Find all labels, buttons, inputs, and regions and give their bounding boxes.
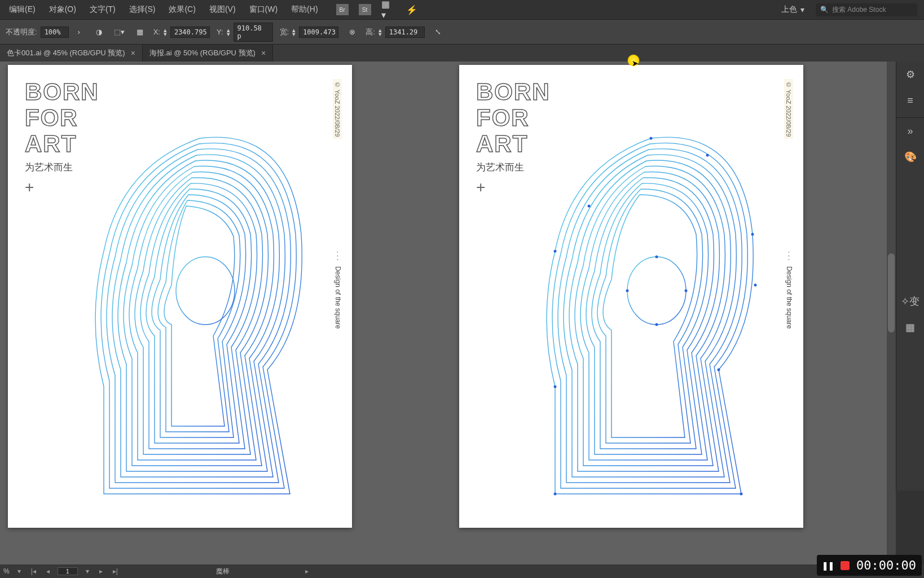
link-wh-icon[interactable]: ⊗: [345, 25, 359, 39]
color-panel-icon[interactable]: 🎨: [896, 144, 924, 170]
credit-text: © YooZ 2022/08/29: [784, 79, 793, 139]
menu-select[interactable]: 选择(S): [122, 2, 162, 17]
y-label: Y:: [217, 28, 223, 36]
vertical-scrollbar[interactable]: [887, 62, 896, 564]
svg-point-7: [740, 493, 743, 496]
svg-point-5: [751, 233, 754, 236]
side-caption: · · · Design of the square: [334, 251, 342, 329]
workspace-switcher[interactable]: 上色 ▾: [781, 5, 804, 15]
close-icon[interactable]: ×: [261, 49, 266, 58]
prev-artboard-icon[interactable]: ◂: [44, 567, 52, 575]
stock-icon[interactable]: St: [359, 4, 371, 15]
menu-window[interactable]: 窗口(W): [243, 2, 285, 17]
current-tool: 魔棒: [216, 567, 230, 576]
artboard-2[interactable]: BORN FOR ART 为艺术而生 + © YooZ 2022/08/29 ·…: [459, 65, 803, 528]
w-label: 宽:: [280, 27, 289, 37]
scale-corners-icon[interactable]: ⤡: [432, 25, 445, 39]
document-tabs: 色卡001.ai @ 45% (RGB/GPU 预览) × 海报.ai @ 50…: [0, 45, 924, 62]
arrange-docs-icon[interactable]: ▦ ▾: [381, 3, 395, 16]
x-label: X:: [153, 28, 160, 36]
search-icon: 🔍: [820, 6, 829, 14]
align-icon[interactable]: ▦: [133, 25, 147, 39]
chevron-down-icon: ▾: [800, 5, 804, 14]
blend-head-artwork-selected[interactable]: [504, 104, 764, 500]
svg-point-3: [554, 250, 557, 253]
status-bar: % ▾ |◂ ◂ ▾ ▸ ▸| 魔棒 ▸: [0, 564, 924, 578]
opacity-label: 不透明度:: [6, 27, 37, 37]
bridge-icon[interactable]: Br: [336, 4, 349, 15]
h-value[interactable]: 1341.29: [385, 27, 425, 38]
blend-head-artwork[interactable]: [53, 104, 313, 500]
svg-point-11: [626, 290, 629, 292]
h-label: 高:: [366, 27, 375, 37]
last-artboard-icon[interactable]: ▸|: [111, 567, 120, 575]
tab-label: 海报.ai @ 50% (RGB/GPU 预览): [149, 48, 256, 58]
libraries-panel-icon[interactable]: ≡: [896, 87, 924, 113]
screen-recorder-overlay: ❚❚ 00:00:00: [817, 555, 922, 576]
x-stepper[interactable]: ▴▾: [164, 28, 167, 36]
zoom-percent[interactable]: %: [3, 567, 10, 575]
svg-point-0: [176, 257, 235, 325]
x-value[interactable]: 2340.795: [170, 27, 210, 38]
artboard-1[interactable]: BORN FOR ART 为艺术而生 + © YooZ 2022/08/29 ·…: [8, 65, 352, 528]
play-icon[interactable]: ▸: [303, 567, 311, 575]
menu-effect[interactable]: 效果(C): [162, 2, 202, 17]
properties-panel-icon[interactable]: ⚙: [896, 62, 924, 87]
canvas-area[interactable]: BORN FOR ART 为艺术而生 + © YooZ 2022/08/29 ·…: [0, 62, 896, 564]
svg-point-15: [754, 284, 757, 287]
menu-text[interactable]: 文字(T): [83, 2, 122, 17]
expand-panels-icon[interactable]: »: [896, 118, 924, 144]
svg-point-13: [588, 205, 591, 208]
h-stepper[interactable]: ▴▾: [379, 28, 382, 36]
menu-bar: 编辑(E) 对象(O) 文字(T) 选择(S) 效果(C) 视图(V) 窗口(W…: [0, 0, 924, 20]
scrollbar-thumb[interactable]: [888, 253, 895, 332]
recording-time: 00:00:00: [856, 558, 916, 572]
y-value[interactable]: 910.58 p: [234, 23, 273, 42]
menu-object[interactable]: 对象(O): [42, 2, 83, 17]
transform-icon[interactable]: ⬚▾: [113, 25, 126, 39]
recolor-icon[interactable]: ◑: [93, 25, 106, 39]
tab-color-card[interactable]: 色卡001.ai @ 45% (RGB/GPU 预览) ×: [0, 45, 143, 62]
stop-recording-button[interactable]: [839, 560, 851, 571]
w-value[interactable]: 1009.473: [299, 27, 338, 38]
menu-view[interactable]: 视图(V): [203, 2, 243, 17]
y-stepper[interactable]: ▴▾: [227, 28, 230, 36]
svg-point-12: [685, 290, 688, 292]
svg-point-2: [554, 386, 557, 388]
next-artboard-icon[interactable]: ▸: [97, 567, 105, 575]
svg-point-1: [627, 257, 686, 325]
tab-label: 色卡001.ai @ 45% (RGB/GPU 预览): [7, 48, 125, 58]
svg-point-10: [655, 323, 658, 326]
title-line1: BORN: [476, 79, 551, 105]
title-line1: BORN: [25, 79, 99, 105]
opacity-chevron-icon[interactable]: ›: [72, 25, 86, 39]
artboard-number-input[interactable]: [58, 567, 78, 575]
w-stepper[interactable]: ▴▾: [292, 28, 296, 36]
close-icon[interactable]: ×: [131, 49, 135, 58]
gpu-icon[interactable]: ⚡: [405, 3, 419, 16]
tab-poster[interactable]: 海报.ai @ 50% (RGB/GPU 预览) ×: [143, 45, 273, 62]
stock-search[interactable]: 🔍 搜索 Adobe Stock: [816, 3, 917, 16]
svg-point-8: [554, 493, 557, 496]
search-placeholder: 搜索 Adobe Stock: [832, 5, 886, 15]
opacity-value[interactable]: 100%: [41, 27, 69, 38]
align-panel-icon[interactable]: ▦: [896, 314, 924, 340]
pause-recording-button[interactable]: ❚❚: [822, 560, 834, 571]
options-bar: 不透明度: 100% › ◑ ⬚▾ ▦ X: ▴▾ 2340.795 Y: ▴▾…: [0, 20, 924, 45]
menu-edit[interactable]: 编辑(E): [2, 2, 42, 17]
menu-help[interactable]: 帮助(H): [284, 2, 324, 17]
first-artboard-icon[interactable]: |◂: [29, 567, 38, 575]
svg-point-4: [650, 137, 653, 140]
panels-dock: ⚙ ≡ » 🎨 ✧变 ▦: [896, 62, 924, 491]
side-caption: · · · Design of the square: [785, 251, 793, 329]
zoom-dropdown-icon[interactable]: ▾: [15, 567, 23, 575]
workspace-label: 上色: [781, 5, 797, 15]
svg-point-9: [655, 256, 658, 259]
credit-text: © YooZ 2022/08/29: [333, 79, 342, 139]
artboard-dropdown-icon[interactable]: ▾: [83, 567, 91, 575]
svg-point-14: [706, 154, 709, 157]
svg-point-6: [718, 369, 720, 371]
transform-panel-icon[interactable]: ✧变: [896, 288, 924, 314]
